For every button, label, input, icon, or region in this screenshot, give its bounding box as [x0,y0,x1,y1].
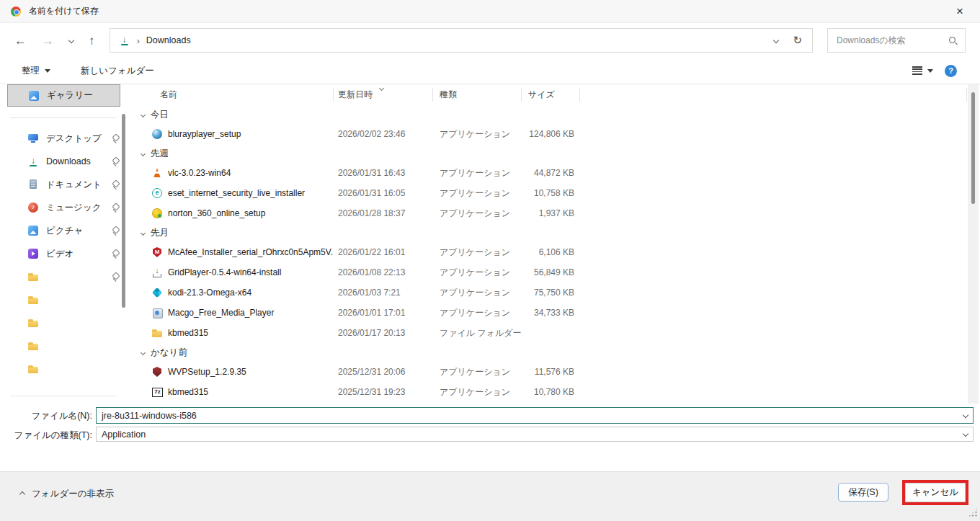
file-row[interactable]: Macgo_Free_Media_Player 2026/01/01 17:01… [133,303,967,323]
pin-icon [112,272,120,281]
view-options-button[interactable] [912,66,933,75]
save-button[interactable]: 保存(S) [838,483,888,502]
file-row[interactable]: McAfee_Installer_serial_rOhrxc0n5Apm5V..… [133,242,967,262]
pin-icon [112,180,120,189]
file-list-area: 名前 更新日時 種類 サイズ 今日 blurayplayer_setup 202… [133,84,980,404]
sevenzip-icon [151,386,163,398]
sidebar-item-gallery[interactable]: ギャラリー [7,84,120,107]
mcafee-icon [151,246,163,258]
address-dropdown-chevron-icon[interactable] [773,37,779,43]
new-folder-button[interactable]: 新しいフォルダー [81,65,154,77]
sidebar-item[interactable]: ミュージック [0,196,133,219]
chevron-down-icon [141,230,146,235]
back-icon[interactable]: ← [14,35,27,47]
sidebar-item[interactable]: Downloads [0,150,133,173]
breadcrumb-separator: › [137,35,140,46]
eset-icon [151,187,163,199]
column-header-size[interactable]: サイズ [522,84,580,105]
blurayplayer-icon [151,128,163,140]
group-header[interactable]: 先月 [133,223,967,242]
file-list-scrollbar[interactable] [968,84,979,404]
file-row[interactable]: vlc-3.0.23-win64 2026/01/31 16:43 アプリケーシ… [133,163,967,183]
breadcrumb[interactable]: Downloads [146,35,191,45]
norton-icon [151,208,163,219]
file-row[interactable]: kbmed315 2026/01/17 20:13 ファイル フォルダー [133,323,967,343]
gridplayer-icon [151,267,163,278]
refresh-icon[interactable]: ↻ [793,34,802,47]
file-row[interactable]: WVPSetup_1.2.9.35 2025/12/31 20:06 アプリケー… [133,362,967,382]
hide-folders-button[interactable]: フォルダーの非表示 [20,488,114,500]
pin-icon [112,249,120,258]
up-icon[interactable]: ↑ [89,35,95,47]
organize-button[interactable]: 整理 [22,65,50,77]
sidebar-item-folder-blurred[interactable] [0,311,133,334]
gallery-icon [28,90,40,102]
column-header-name[interactable]: 名前 [133,84,334,105]
pin-icon [112,203,120,212]
sidebar-item[interactable]: ドキュメント [0,173,133,196]
group-header[interactable]: 先週 [133,144,967,163]
sidebar-item[interactable]: ピクチャ [0,219,133,242]
search-icon [948,36,958,45]
search-box[interactable] [827,28,966,53]
hide-folders-label: フォルダーの非表示 [32,488,114,500]
organize-label: 整理 [22,65,40,77]
group-header[interactable]: 今日 [133,105,967,124]
music-icon [27,202,39,213]
window-title: 名前を付けて保存 [29,5,99,17]
documents-icon [27,179,39,190]
file-list-scrollbar-thumb[interactable] [971,92,975,204]
chevron-down-icon [141,151,146,156]
column-header-type[interactable]: 種類 [433,84,522,105]
folder-icon [27,340,39,352]
forward-icon[interactable]: → [42,35,54,47]
file-list: 今日 blurayplayer_setup 2026/02/02 23:46 ア… [133,105,967,402]
search-input[interactable] [835,35,948,46]
filetype-select[interactable]: Application [96,427,974,442]
filename-input[interactable] [96,407,974,424]
sidebar-divider [10,117,116,118]
downloads-icon [27,156,39,167]
folder-icon [27,294,39,306]
resize-grip[interactable] [968,507,978,517]
group-header[interactable]: かなり前 [133,343,967,362]
sidebar-item-folder-blurred[interactable] [0,357,133,380]
close-icon[interactable]: × [950,4,970,19]
annotation-highlight: キャンセル [902,480,968,505]
toolbar: 整理 新しいフォルダー ? [0,58,980,84]
sidebar-item[interactable]: ビデオ [0,242,133,265]
pin-icon [112,226,120,235]
sidebar-item-folder-blurred[interactable] [0,288,133,311]
content-area: ギャラリー デスクトップ Downloads ドキュメント ミュージック ピクチ… [0,84,980,404]
chevron-down-icon [141,112,146,117]
file-row[interactable]: eset_internet_security_live_installer 20… [133,183,967,203]
sidebar-item[interactable]: デスクトップ [0,127,133,150]
videos-icon [27,248,39,259]
sidebar-divider [10,396,116,396]
recent-locations-chevron-icon[interactable] [68,37,74,43]
sidebar-item-folder-blurred[interactable] [0,265,133,288]
sort-indicator-icon [379,86,384,91]
file-row[interactable]: GridPlayer-0.5.4-win64-install 2026/01/0… [133,262,967,282]
sidebar: ギャラリー デスクトップ Downloads ドキュメント ミュージック ピクチ… [0,84,133,404]
wvp-icon [151,366,163,378]
macgo-icon [151,307,163,319]
folder-icon [151,327,163,339]
address-bar[interactable]: › Downloads ↻ [110,28,814,53]
help-button[interactable]: ? [945,65,957,77]
column-header-date-modified[interactable]: 更新日時 [334,84,433,105]
file-row[interactable]: kbmed315 2025/12/31 19:23 アプリケーション 10,78… [133,382,967,402]
downloads-icon [119,35,130,46]
caret-down-icon [45,69,50,73]
file-row[interactable]: blurayplayer_setup 2026/02/02 23:46 アプリケ… [133,124,967,144]
sidebar-item-folder-blurred[interactable] [0,334,133,357]
cancel-button[interactable]: キャンセル [905,483,966,502]
file-row[interactable]: kodi-21.3-Omega-x64 2026/01/03 7:21 アプリケ… [133,282,967,303]
desktop-icon [27,133,39,144]
filetype-value: Application [102,429,146,440]
vlc-icon [151,167,163,179]
title-bar[interactable]: 名前を付けて保存 × [0,0,980,23]
sidebar-scrollbar[interactable] [120,84,128,404]
file-row[interactable]: norton_360_online_setup 2026/01/28 18:37… [133,203,967,223]
sidebar-scrollbar-thumb[interactable] [122,114,125,308]
